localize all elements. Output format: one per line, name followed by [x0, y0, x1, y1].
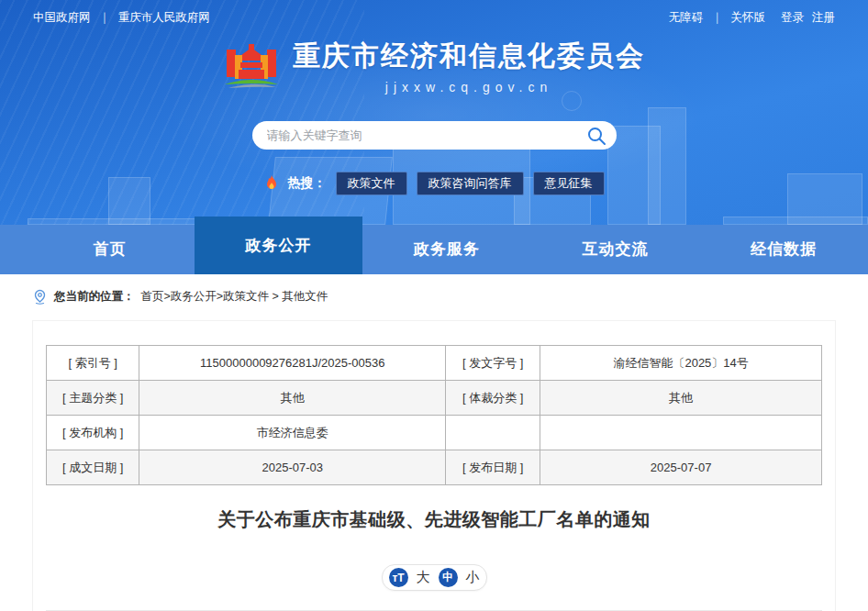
flame-icon	[264, 175, 279, 192]
meta-value-genre-category: 其他	[540, 381, 822, 416]
font-size-large-button[interactable]: 大	[417, 569, 430, 586]
care-mode-link[interactable]: 关怀版	[731, 10, 766, 26]
location-pin-icon	[32, 289, 48, 305]
hot-tag-policy-documents[interactable]: 政策文件	[336, 172, 407, 195]
nav-item-interaction[interactable]: 互动交流	[531, 225, 700, 274]
hot-tag-opinion-solicitation[interactable]: 意见征集	[533, 172, 605, 195]
site-header: 中国政府网 ｜ 重庆市人民政府网 无障碍 ｜ 关怀版 登录 注册 重庆市经济	[0, 0, 868, 274]
meta-label-doc-number: [ 发文字号 ]	[446, 346, 540, 381]
site-logo[interactable]: 重庆市经济和信息化委员会 jjxxw.cq.gov.cn	[0, 38, 868, 94]
top-bar: 中国政府网 ｜ 重庆市人民政府网 无障碍 ｜ 关怀版 登录 注册	[0, 0, 868, 26]
meta-label-empty	[446, 416, 540, 450]
breadcrumb: 您当前的位置： 首页>政务公开>政策文件 > 其他文件	[32, 289, 836, 305]
meta-label-genre-category: [ 体裁分类 ]	[446, 381, 540, 416]
register-link[interactable]: 注册	[812, 10, 835, 26]
search-box	[252, 121, 617, 150]
meta-value-written-date: 2025-07-03	[139, 450, 446, 485]
meta-value-empty	[540, 416, 822, 450]
hot-search-label: 热搜：	[288, 175, 327, 192]
meta-value-issuing-agency: 市经济信息委	[139, 416, 446, 450]
accessibility-link[interactable]: 无障碍	[669, 10, 704, 26]
font-resize-icon[interactable]: ᴛT	[389, 568, 408, 587]
meta-label-publish-date: [ 发布日期 ]	[446, 450, 540, 485]
main-content: 您当前的位置： 首页>政务公开>政策文件 > 其他文件 [ 索引号 ] 1150…	[0, 289, 868, 611]
meta-label-issuing-agency: [ 发布机构 ]	[47, 416, 139, 450]
meta-label-index-number: [ 索引号 ]	[47, 346, 139, 381]
breadcrumb-path[interactable]: 首页>政务公开>政策文件 > 其他文件	[141, 289, 328, 305]
table-row: [ 成文日期 ] 2025-07-03 [ 发布日期 ] 2025-07-07	[47, 450, 822, 485]
nav-item-gov-services[interactable]: 政务服务	[362, 225, 531, 274]
search-input[interactable]	[252, 121, 617, 150]
nav-item-home[interactable]: 首页	[26, 225, 195, 274]
emblem-building-icon	[223, 40, 280, 92]
gov-cn-link[interactable]: 中国政府网	[33, 10, 91, 26]
search-icon[interactable]	[585, 125, 607, 147]
font-size-medium-button[interactable]: 中	[439, 568, 458, 587]
separator: ｜	[99, 10, 110, 26]
meta-value-subject-category: 其他	[139, 381, 446, 416]
table-row: [ 发布机构 ] 市经济信息委	[47, 416, 822, 450]
meta-value-doc-number: 渝经信智能〔2025〕14号	[540, 346, 822, 381]
document-card: [ 索引号 ] 11500000009276281J/2025-00536 [ …	[32, 320, 836, 611]
document-title: 关于公布重庆市基础级、先进级智能工厂名单的通知	[46, 507, 822, 532]
meta-value-index-number: 11500000009276281J/2025-00536	[139, 346, 446, 381]
hot-tag-policy-qa[interactable]: 政策咨询问答库	[417, 172, 524, 195]
separator: ｜	[711, 10, 722, 26]
meta-label-written-date: [ 成文日期 ]	[47, 450, 139, 485]
meta-label-subject-category: [ 主题分类 ]	[47, 381, 139, 416]
main-nav: 首页 政务公开 政务服务 互动交流 经信数据	[0, 225, 868, 274]
document-meta-table: [ 索引号 ] 11500000009276281J/2025-00536 [ …	[46, 345, 822, 485]
table-row: [ 索引号 ] 11500000009276281J/2025-00536 [ …	[47, 346, 822, 381]
font-size-small-button[interactable]: 小	[466, 569, 480, 586]
site-title: 重庆市经济和信息化委员会	[293, 38, 645, 75]
site-domain: jjxxw.cq.gov.cn	[293, 80, 645, 94]
breadcrumb-label: 您当前的位置：	[54, 289, 135, 305]
meta-value-publish-date: 2025-07-07	[540, 450, 822, 485]
font-size-controls: ᴛT 大 中 小	[46, 564, 822, 591]
login-link[interactable]: 登录	[781, 10, 804, 26]
nav-item-industry-data[interactable]: 经信数据	[699, 225, 868, 274]
table-row: [ 主题分类 ] 其他 [ 体裁分类 ] 其他	[47, 381, 822, 416]
hot-search-bar: 热搜： 政策文件 政策咨询问答库 意见征集	[0, 172, 868, 195]
nav-item-gov-affairs-open[interactable]: 政务公开	[195, 217, 363, 274]
cq-gov-link[interactable]: 重庆市人民政府网	[118, 10, 210, 26]
